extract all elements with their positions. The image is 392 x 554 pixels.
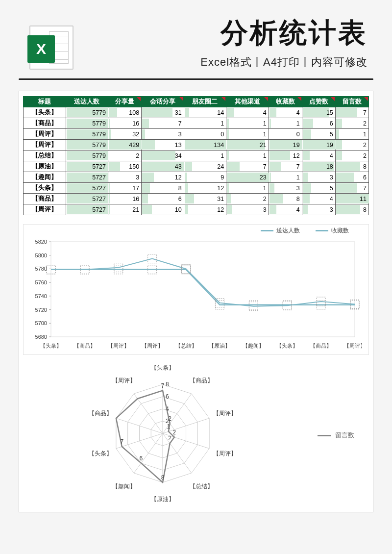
svg-text:5700: 5700	[35, 320, 47, 326]
column-header: 标题	[24, 97, 66, 107]
svg-text:【商品】: 【商品】	[310, 343, 332, 349]
row-label: 【头条】	[24, 107, 66, 118]
table-row: 【商品】577916711162	[24, 118, 369, 129]
cell: 1	[184, 151, 226, 161]
svg-line-69	[134, 394, 163, 433]
svg-text:【头条】: 【头条】	[151, 364, 174, 371]
cell: 0	[184, 129, 226, 140]
cell: 5	[302, 129, 335, 140]
svg-text:5780: 5780	[35, 266, 47, 272]
cell: 1	[269, 172, 302, 183]
svg-text:【头条】: 【头条】	[40, 343, 62, 349]
cell: 12	[184, 183, 226, 194]
svg-text:5800: 5800	[35, 252, 47, 258]
cell: 31	[184, 194, 226, 204]
excel-icon: X	[29, 25, 74, 70]
svg-text:【周评】: 【周评】	[344, 343, 362, 349]
cell: 11	[335, 194, 368, 204]
svg-text:【周评】: 【周评】	[142, 343, 163, 349]
cell: 5727	[66, 204, 108, 215]
cell: 2	[335, 151, 368, 161]
cell: 3	[226, 204, 269, 215]
page-subtitle: Excel格式丨A4打印丨内容可修改	[83, 55, 368, 70]
row-label: 【商品】	[24, 118, 66, 129]
cell: 5779	[66, 129, 108, 140]
svg-text:【周评】: 【周评】	[213, 410, 237, 417]
svg-text:5680: 5680	[35, 334, 47, 340]
cell: 5779	[66, 151, 108, 161]
svg-text:7: 7	[161, 382, 165, 389]
cell: 1	[269, 118, 302, 129]
svg-line-63	[134, 433, 163, 473]
cell: 16	[108, 118, 142, 129]
svg-text:2: 2	[168, 415, 172, 422]
table-row: 【周评】577932301051	[24, 129, 369, 140]
cell: 19	[302, 140, 335, 151]
cell: 3	[269, 183, 302, 194]
worksheet: 标题送达人数分享量会话分享朋友圈二其他渠道收藏数点赞数留言数 【头条】57791…	[19, 91, 373, 512]
cell: 1	[226, 183, 269, 194]
svg-text:5740: 5740	[35, 293, 47, 299]
line-chart: 送达人数 收藏数 5680570057205740576057805800582…	[23, 224, 369, 355]
cell: 8	[335, 161, 368, 172]
cell: 7	[142, 118, 184, 129]
table-row: 【头条】5779108311444157	[24, 107, 369, 118]
cell: 4	[269, 204, 302, 215]
svg-text:【总结】: 【总结】	[190, 483, 213, 490]
cell: 15	[302, 107, 335, 118]
legend-item: 送达人数	[276, 227, 300, 235]
cell: 7	[269, 161, 302, 172]
cell: 2	[226, 194, 269, 204]
table-row: 【趣闻】5727312923136	[24, 172, 369, 183]
cell: 5779	[66, 118, 108, 129]
svg-text:8: 8	[166, 381, 169, 388]
svg-text:【头条】: 【头条】	[89, 450, 112, 457]
page-title: 分析统计表	[83, 15, 368, 52]
cell: 13	[142, 140, 184, 151]
cell: 2	[335, 140, 368, 151]
svg-rect-0	[51, 242, 355, 337]
row-label: 【趣闻】	[24, 172, 66, 183]
cell: 12	[142, 172, 184, 183]
table-row: 【总结】5779234111242	[24, 151, 369, 161]
cell: 17	[108, 183, 142, 194]
divider	[19, 78, 373, 80]
table-row: 【头条】5727178121357	[24, 183, 369, 194]
stats-table: 标题送达人数分享量会话分享朋友圈二其他渠道收藏数点赞数留言数 【头条】57791…	[23, 96, 369, 215]
radar-legend: 留言数	[318, 431, 354, 440]
row-label: 【原油】	[24, 161, 66, 172]
cell: 3	[142, 129, 184, 140]
cell: 7	[226, 161, 269, 172]
line-chart-legend: 送达人数 收藏数	[24, 225, 368, 237]
cell: 14	[184, 107, 226, 118]
cell: 5	[302, 183, 335, 194]
cell: 43	[142, 161, 184, 172]
cell: 23	[226, 172, 269, 183]
svg-text:【商品】: 【商品】	[190, 377, 213, 384]
row-label: 【周评】	[24, 140, 66, 151]
cell: 3	[302, 172, 335, 183]
column-header: 留言数	[335, 97, 368, 107]
cell: 4	[269, 107, 302, 118]
cell: 1	[184, 118, 226, 129]
radar-chart-svg: 【头条】【商品】【周评】【周评】【总结】【原油】【趣闻】【头条】【商品】【周评】…	[23, 360, 361, 502]
cell: 1	[335, 129, 368, 140]
row-label: 【头条】	[24, 183, 66, 194]
cell: 12	[184, 204, 226, 215]
cell: 5779	[66, 140, 108, 151]
cell: 429	[108, 140, 142, 151]
table-row: 【周评】57272110123438	[24, 204, 369, 215]
svg-text:【趣闻】: 【趣闻】	[112, 483, 136, 490]
cell: 2	[108, 151, 142, 161]
svg-text:1: 1	[167, 423, 171, 430]
cell: 5779	[66, 107, 108, 118]
svg-text:【周评】: 【周评】	[108, 343, 129, 349]
cell: 5727	[66, 183, 108, 194]
column-header: 会话分享	[142, 97, 184, 107]
cell: 24	[184, 161, 226, 172]
cell: 18	[302, 161, 335, 172]
cell: 150	[108, 161, 142, 172]
row-label: 【商品】	[24, 194, 66, 204]
cell: 7	[335, 183, 368, 194]
table-row: 【原油】5727150432477188	[24, 161, 369, 172]
